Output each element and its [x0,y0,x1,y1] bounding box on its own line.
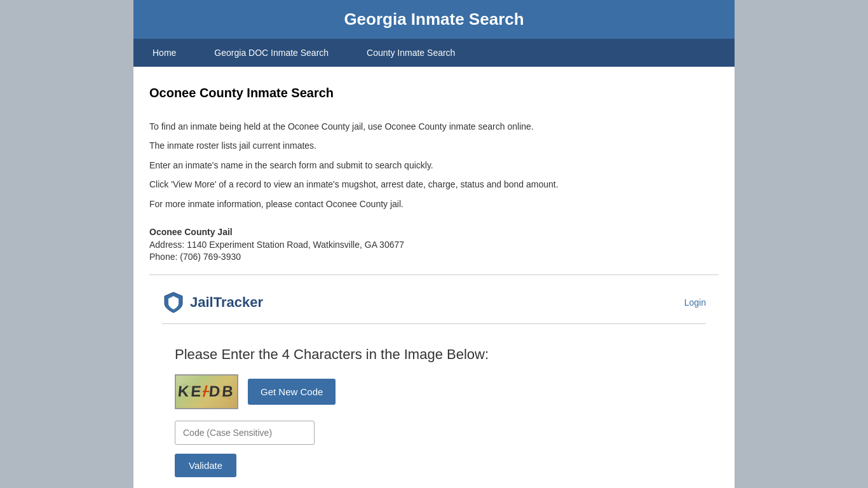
address-label: Address: [149,240,184,250]
captcha-image: KE/DB [175,374,238,409]
phone-label: Phone: [149,252,177,262]
captcha-strikethrough: / [202,383,210,400]
address-value: 1140 Experiment Station Road, Watkinsvil… [187,240,404,250]
captcha-row: KE/DB Get New Code [175,374,706,409]
left-sidebar [0,0,133,488]
jailtracker-text-part1: Jail [190,294,214,310]
desc-line-3: Enter an inmate's name in the search for… [149,158,719,172]
captcha-prompt: Please Enter the 4 Characters in the Ima… [175,346,706,363]
content-area: Oconee County Inmate Search To find an i… [133,67,735,488]
captcha-section: Please Enter the 4 Characters in the Ima… [162,340,706,488]
code-input[interactable] [175,421,315,445]
jail-address: Address: 1140 Experiment Station Road, W… [149,240,719,250]
jailtracker-shield-icon [162,291,185,314]
jail-info: Oconee County Jail Address: 1140 Experim… [149,227,719,262]
nav-home[interactable]: Home [133,39,195,67]
jailtracker-header: JailTracker Login [162,291,706,324]
jail-name: Oconee County Jail [149,227,719,237]
jail-phone: Phone: (706) 769-3930 [149,252,719,262]
nav-doc-search[interactable]: Georgia DOC Inmate Search [195,39,348,67]
main-content: Georgia Inmate Search Home Georgia DOC I… [133,0,735,488]
site-header: Georgia Inmate Search [133,0,735,39]
site-title: Georgia Inmate Search [133,10,735,29]
desc-line-1: To find an inmate being held at the Ocon… [149,119,719,133]
desc-line-5: For more inmate information, please cont… [149,197,719,211]
description-block: To find an inmate being held at the Ocon… [149,119,719,211]
page-heading: Oconee County Inmate Search [149,86,719,100]
nav-bar: Home Georgia DOC Inmate Search County In… [133,39,735,67]
jailtracker-logo-text: JailTracker [190,294,263,311]
jailtracker-section: JailTracker Login Please Enter the 4 Cha… [149,285,719,488]
validate-button[interactable]: Validate [175,454,236,477]
jailtracker-logo: JailTracker [162,291,263,314]
phone-value: (706) 769-3930 [180,252,241,262]
desc-line-4: Click 'View More' of a record to view an… [149,177,719,191]
divider-top [149,274,719,275]
jailtracker-text-part2: Tracker [214,294,263,310]
captcha-display-text: KE/DB [177,383,236,400]
desc-line-2: The inmate roster lists jail current inm… [149,139,719,152]
get-new-code-button[interactable]: Get New Code [248,379,336,405]
login-link[interactable]: Login [684,297,706,308]
nav-county-search[interactable]: County Inmate Search [348,39,474,67]
